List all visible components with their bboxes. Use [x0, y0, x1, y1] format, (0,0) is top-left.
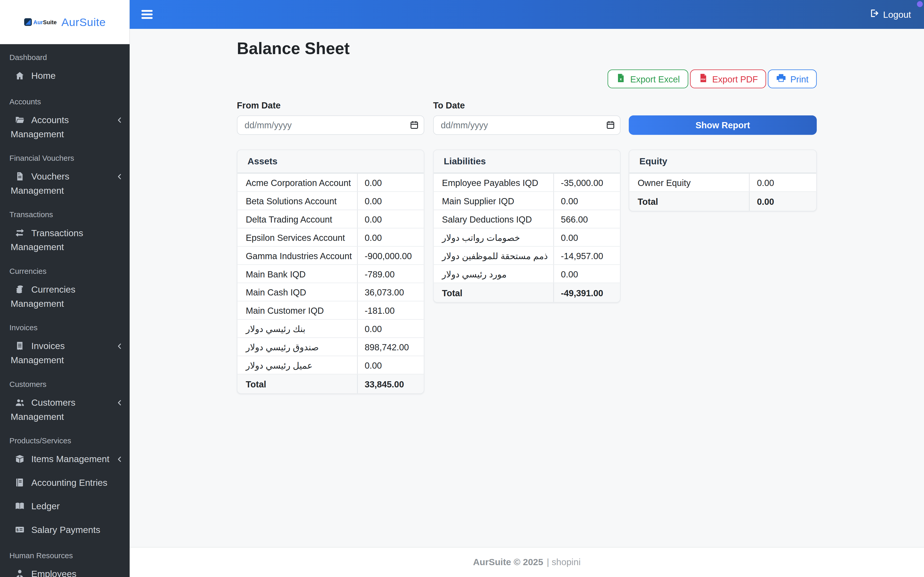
- sidebar-nav: DashboardHomeAccountsAccounts Management…: [0, 53, 130, 577]
- sidebar-section-heading-financial-vouchers: Financial Vouchers: [10, 154, 120, 163]
- sidebar-item-salary-payments[interactable]: $Salary Payments: [0, 519, 130, 542]
- from-date-input[interactable]: [237, 115, 424, 135]
- export-pdf-label: Export PDF: [712, 74, 758, 84]
- sidebar: AurSuite AurSuite DashboardHomeAccountsA…: [0, 0, 130, 577]
- table-row: Delta Trading Account0.00: [237, 210, 423, 229]
- account-balance-cell: 0.00: [358, 356, 423, 374]
- account-balance-cell: 0.00: [358, 174, 423, 192]
- account-name-cell: Salary Deductions IQD: [434, 210, 554, 228]
- recording-indicator-dot: [917, 1, 923, 7]
- export-pdf-button[interactable]: PDF Export PDF: [690, 69, 766, 89]
- account-name-cell: Acme Corporation Account: [237, 174, 358, 192]
- table-total-row: Total-49,391.00: [434, 283, 620, 302]
- sidebar-item-customers-management[interactable]: Customers Management: [0, 392, 130, 427]
- account-name-cell: صندوق رئيسي دولار: [237, 338, 358, 356]
- brand-logo-text: AurSuite: [61, 16, 106, 29]
- sidebar-item-vouchers-management[interactable]: Vouchers Management: [0, 165, 130, 201]
- table-row: Main Customer IQD-181.00: [237, 301, 423, 320]
- svg-text:PDF: PDF: [701, 78, 706, 81]
- table-row: Main Supplier IQD0.00: [434, 192, 620, 210]
- account-name-cell: Employee Payables IQD: [434, 174, 554, 192]
- chevron-left-icon: [115, 341, 124, 353]
- sidebar-item-home[interactable]: Home: [0, 64, 130, 88]
- table-row: Main Cash IQD36,073.00: [237, 283, 423, 301]
- table-row: Main Bank IQD-789.00: [237, 265, 423, 283]
- page-title: Balance Sheet: [237, 39, 817, 59]
- table-row: Gamma Industries Account-900,000.00: [237, 247, 423, 265]
- to-date-label: To Date: [433, 100, 620, 110]
- main-area: Logout Balance Sheet x Export Excel PDF …: [130, 0, 924, 577]
- from-date-label: From Date: [237, 100, 424, 110]
- sidebar-item-employees[interactable]: Employees: [0, 563, 130, 577]
- sidebar-item-label: Accounting Entries: [31, 477, 107, 488]
- sidebar-item-transactions-management[interactable]: Transactions Management: [0, 222, 130, 258]
- balance-sheet-tables: AssetsAcme Corporation Account0.00Beta S…: [237, 150, 817, 394]
- total-value-cell: 0.00: [750, 192, 816, 211]
- report-card-title: Liabilities: [434, 150, 620, 174]
- chevron-left-icon: [115, 115, 124, 127]
- coins-icon: [15, 284, 25, 297]
- brand-logo[interactable]: AurSuite AurSuite: [0, 0, 130, 44]
- sidebar-item-label: Salary Payments: [31, 525, 100, 535]
- account-balance-cell: 898,742.00: [358, 338, 423, 356]
- account-balance-cell: 36,073.00: [358, 283, 423, 301]
- report-card-liabilities: LiabilitiesEmployee Payables IQD-35,000.…: [433, 150, 620, 303]
- account-name-cell: Gamma Industries Account: [237, 247, 358, 264]
- print-label: Print: [790, 74, 809, 84]
- report-card-assets: AssetsAcme Corporation Account0.00Beta S…: [237, 150, 424, 394]
- chevron-left-icon: [115, 398, 124, 410]
- app-window: AurSuite AurSuite DashboardHomeAccountsA…: [0, 0, 924, 577]
- account-balance-cell: 0.00: [358, 320, 423, 337]
- table-row: صندوق رئيسي دولار898,742.00: [237, 338, 423, 356]
- table-row: Owner Equity0.00: [629, 174, 816, 192]
- menu-toggle-button[interactable]: [140, 8, 154, 21]
- logout-button[interactable]: Logout: [869, 8, 911, 21]
- sidebar-item-label: Items Management: [31, 454, 109, 464]
- table-total-row: Total33,845.00: [237, 374, 423, 393]
- total-value-cell: -49,391.00: [554, 283, 620, 302]
- export-excel-button[interactable]: x Export Excel: [608, 69, 688, 89]
- sidebar-item-accounting-entries[interactable]: Accounting Entries: [0, 472, 130, 495]
- account-balance-cell: -35,000.00: [554, 174, 620, 192]
- folder-open-icon: [15, 115, 25, 128]
- sidebar-section-heading-invoices: Invoices: [10, 323, 120, 333]
- table-row: Beta Solutions Account0.00: [237, 192, 423, 210]
- exchange-icon: [15, 228, 25, 241]
- table-row: Salary Deductions IQD566.00: [434, 210, 620, 229]
- account-balance-cell: 0.00: [554, 229, 620, 246]
- export-toolbar: x Export Excel PDF Export PDF Print: [237, 69, 817, 89]
- pdf-file-icon: PDF: [698, 73, 708, 85]
- sidebar-section-heading-transactions: Transactions: [10, 210, 120, 220]
- sidebar-section-heading-accounts: Accounts: [10, 97, 120, 106]
- account-balance-cell: 0.00: [358, 192, 423, 210]
- topbar: Logout: [130, 0, 924, 29]
- report-card-title: Assets: [237, 150, 423, 174]
- sidebar-item-accounts-management[interactable]: Accounts Management: [0, 109, 130, 145]
- sidebar-item-items-management[interactable]: Items Management: [0, 448, 130, 471]
- account-balance-cell: 0.00: [358, 229, 423, 246]
- sidebar-item-ledger[interactable]: Ledger: [0, 495, 130, 519]
- logout-icon: [869, 8, 879, 21]
- money-check-icon: $: [15, 525, 25, 538]
- logout-label: Logout: [883, 9, 911, 19]
- sidebar-item-invoices-management[interactable]: Invoices Management: [0, 335, 130, 371]
- page-content: Balance Sheet x Export Excel PDF Export …: [130, 29, 924, 547]
- chevron-left-icon: [115, 454, 124, 466]
- show-report-button[interactable]: Show Report: [629, 115, 817, 135]
- users-icon: [15, 398, 25, 410]
- report-column-equity: EquityOwner Equity0.00Total0.00: [629, 150, 817, 211]
- table-row: بنك رئيسي دولار0.00: [237, 320, 423, 338]
- brand-mark-icon: [24, 18, 32, 26]
- account-name-cell: Main Bank IQD: [237, 265, 358, 283]
- total-value-cell: 33,845.00: [358, 374, 423, 393]
- print-button[interactable]: Print: [768, 69, 817, 89]
- to-date-input[interactable]: [433, 115, 620, 135]
- sidebar-item-currencies-management[interactable]: Currencies Management: [0, 279, 130, 314]
- chevron-left-icon: [115, 171, 124, 184]
- account-balance-cell: -900,000.00: [358, 247, 423, 264]
- user-tie-icon: [15, 569, 25, 577]
- sidebar-section-heading-human-resources: Human Resources: [10, 551, 120, 561]
- account-name-cell: Owner Equity: [629, 174, 750, 192]
- sidebar-section-heading-products-services: Products/Services: [10, 436, 120, 446]
- table-total-row: Total0.00: [629, 192, 816, 211]
